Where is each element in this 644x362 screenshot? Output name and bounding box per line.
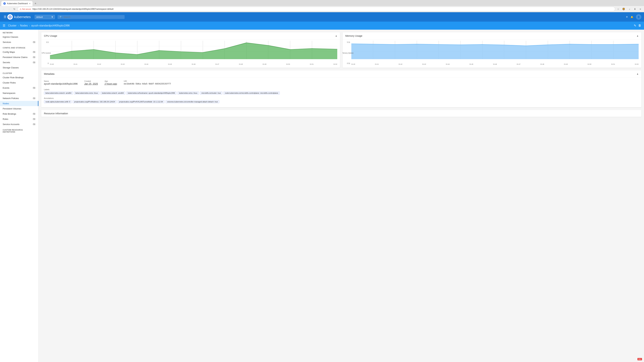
memory-chart-header: Memory Usage ▲: [343, 32, 641, 39]
metadata-collapse[interactable]: ▲: [636, 72, 639, 75]
sidebar-item-cluster-role-bindings[interactable]: Cluster Role Bindings: [0, 75, 38, 80]
services-badge: N: [32, 41, 36, 43]
tab-title: Kubernetes Dashboard: [7, 2, 28, 5]
notifications-button[interactable]: 🔔: [630, 16, 633, 18]
annotation-chip-1: projectcalico.org/IPv4Address: 192.168.2…: [72, 100, 116, 103]
edit-button[interactable]: ✎: [634, 24, 636, 27]
name-field: Name ayush-standardpci440fxpiix1996: [44, 80, 78, 85]
sidebar-label-config-maps: Config Maps: [3, 51, 15, 53]
sidebar-item-namespaces[interactable]: Namespaces: [0, 90, 38, 96]
url-text: https://192.168.29.124:10443/#/node/ayus…: [32, 8, 613, 10]
np-badge: N: [32, 97, 36, 99]
cpu-chart-body: 0.5 0 CPU (cores): [41, 39, 340, 68]
sidebar-label-cr: Cluster Roles: [3, 81, 16, 84]
sidebar-item-events[interactable]: Events N: [0, 85, 38, 90]
tab-close-button[interactable]: ×: [29, 2, 30, 5]
label-chip-1: beta.kubernetes.io/os: linux: [74, 91, 100, 94]
sidebar-item-secrets[interactable]: Secrets N: [0, 60, 38, 65]
age-field: Age 2 hours ago: [105, 80, 117, 85]
resource-info-title: Resource Information: [44, 112, 68, 115]
download-button[interactable]: ⬇: [632, 7, 637, 11]
sidebar: Network Ingress Classes Services N Confi…: [0, 30, 38, 362]
hamburger-menu[interactable]: ☰: [3, 14, 8, 19]
breadcrumb-actions: ✎ 🗑: [634, 24, 641, 27]
address-bar[interactable]: ⚠ Not secure https://192.168.29.124:1044…: [18, 7, 615, 11]
bookmark-button[interactable]: ☆: [616, 7, 620, 11]
created-field: Created Jan 25, 2025: [84, 80, 98, 85]
sidebar-section-config: Config and Storage: [0, 45, 38, 49]
secrets-badge: N: [32, 61, 36, 63]
security-indicator: ⚠ Not secure: [20, 8, 31, 10]
sidebar-section-cluster: Cluster: [0, 70, 38, 75]
label-chip-4: kubernetes.io/os: linux: [178, 91, 199, 94]
label-chip-2: kubernetes.io/arch: amd64: [100, 91, 125, 94]
search-bar: 🔍: [58, 15, 124, 19]
search-input[interactable]: [64, 16, 122, 18]
sidebar-item-network-policies[interactable]: Network Policies N: [0, 96, 38, 101]
new-tab-button[interactable]: +: [33, 1, 38, 6]
sidebar-item-role-bindings[interactable]: Role Bindings N: [0, 111, 38, 116]
memory-chart-collapse[interactable]: ▲: [636, 34, 639, 37]
label-chip-6: node.kubernetes.io/microk8s-controlplane…: [224, 91, 280, 94]
refresh-button[interactable]: ↻: [12, 7, 17, 11]
nav-actions: ☆ 🦁: [616, 7, 626, 11]
namespace-selector[interactable]: default ▼: [35, 15, 55, 19]
rb-badge: N: [32, 113, 36, 115]
annotation-chip-3: volumes.kubernetes.io/controller-managed…: [166, 100, 219, 103]
search-icon: 🔍: [60, 16, 62, 18]
uid-field: UID ee1be64b-5b6a-4da5-9ddf-603425535ff7: [124, 80, 171, 85]
brave-shield-button[interactable]: 🦁: [621, 7, 626, 11]
sidebar-label-network-policies: Network Policies: [3, 97, 19, 99]
breadcrumb-nodes[interactable]: Nodes: [20, 24, 28, 27]
sidebar-item-service-accounts[interactable]: Service Accounts N: [0, 122, 38, 127]
sidebar-item-storage-classes[interactable]: Storage Classes: [0, 65, 38, 70]
add-button[interactable]: +: [626, 15, 628, 19]
browser-tabs: Kubernetes Dashboard × +: [0, 0, 644, 6]
media-button[interactable]: ♪: [627, 7, 632, 11]
sidebar-item-persistent-volumes[interactable]: Persistent Volumes: [0, 106, 38, 111]
labels-label: Labels: [44, 88, 639, 90]
sidebar-section-crd: Custom Resource Definitions: [0, 127, 38, 134]
metadata-card: Metadata ▲ Name ayush-standardpci440fxpi…: [41, 70, 641, 107]
forward-button[interactable]: →: [7, 7, 12, 11]
mem-y-max: 5 Gi: [347, 41, 350, 43]
labels-row: beta.kubernetes.io/arch: amd64 beta.kube…: [44, 91, 639, 94]
dropdown-arrow: ▼: [51, 16, 53, 18]
menu-button[interactable]: ≡: [638, 7, 643, 11]
active-tab[interactable]: Kubernetes Dashboard ×: [1, 1, 32, 6]
sidebar-label-nodes: Nodes: [3, 102, 9, 105]
memory-chart-body: 5 Gi 0 Gi Memory (bytes): [343, 39, 641, 68]
hamburger-icon: ☰: [3, 24, 5, 27]
svg-point-2: [10, 16, 10, 17]
delete-button[interactable]: 🗑: [638, 24, 641, 27]
pvc-badge: N: [32, 56, 36, 58]
cpu-chart-title: CPU Usage: [44, 34, 57, 37]
created-label: Created: [84, 80, 98, 82]
mem-x-labels: 01:4001:4101:4201:4301:4401:4501:4601:47…: [351, 63, 639, 65]
events-badge: N: [32, 87, 36, 89]
sidebar-label-storage-classes: Storage Classes: [3, 66, 18, 69]
logo-area: kubernetes: [8, 14, 31, 19]
main-layout: Network Ingress Classes Services N Confi…: [0, 30, 644, 362]
sidebar-label-sa: Service Accounts: [3, 123, 20, 125]
sidebar-item-services[interactable]: Services N: [0, 39, 38, 45]
config-maps-badge: N: [32, 51, 36, 53]
annotation-chip-2: projectcalico.org/IPv4VXLANTunnelAddr: 1…: [118, 100, 164, 103]
sidebar-item-cluster-roles[interactable]: Cluster Roles: [0, 80, 38, 85]
top-bar: ☰ kubernetes default ▼ 🔍 + 🔔 👤: [0, 12, 644, 22]
sidebar-label-crb: Cluster Role Bindings: [3, 76, 24, 79]
sidebar-item-roles[interactable]: Roles N: [0, 116, 38, 122]
annotations-row: node.alpha.kubernetes.io/ttl: 0 projectc…: [44, 100, 639, 103]
cpu-y-max: 0.5: [46, 41, 49, 43]
content-area: CPU Usage ▲ 0.5 0 CPU (cores): [38, 30, 644, 362]
sidebar-item-pvc[interactable]: Persistent Volume Claims N: [0, 55, 38, 60]
back-button[interactable]: ←: [1, 7, 6, 11]
metadata-body: Name ayush-standardpci440fxpiix1996 Crea…: [41, 77, 641, 107]
account-button[interactable]: 👤: [636, 14, 641, 19]
metadata-header: Metadata ▲: [41, 70, 641, 77]
sidebar-item-ingress-classes[interactable]: Ingress Classes: [0, 34, 38, 39]
cpu-chart-collapse[interactable]: ▲: [335, 34, 337, 37]
sidebar-item-config-maps[interactable]: Config Maps N: [0, 49, 38, 55]
sidebar-item-nodes[interactable]: Nodes: [0, 101, 38, 106]
breadcrumb-cluster[interactable]: Cluster: [8, 24, 16, 27]
